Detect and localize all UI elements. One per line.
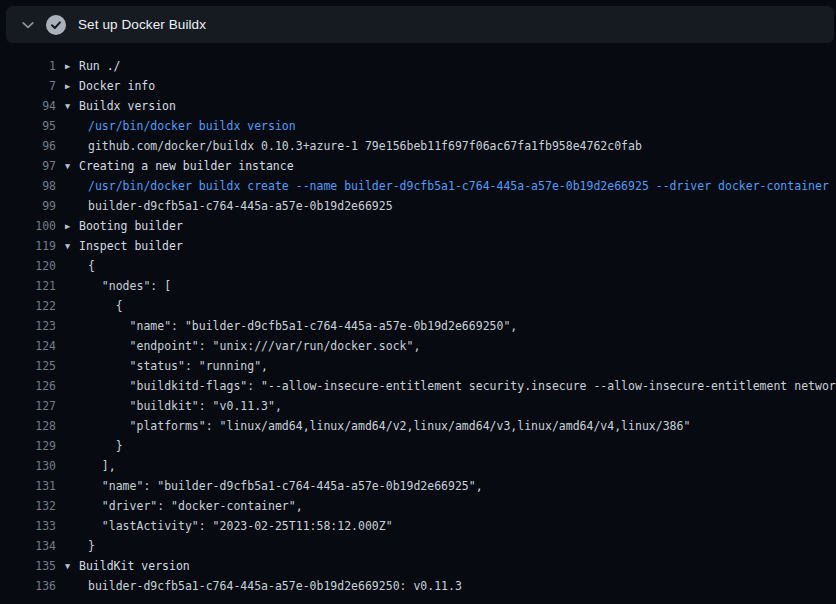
log-line: 122 { [0,296,836,316]
output-text: "platforms": "linux/amd64,linux/amd64/v2… [65,416,690,436]
line-number[interactable]: 134 [0,536,56,556]
output-text: "buildkitd-flags": "--allow-insecure-ent… [65,376,836,396]
line-number[interactable]: 7 [0,76,56,96]
output-text: "driver": "docker-container", [65,496,303,516]
chevron-down-icon[interactable]: ▼ [65,96,79,116]
line-number[interactable]: 126 [0,376,56,396]
log-group-header[interactable]: ▼Inspect builder [65,236,183,256]
log-line: 130 ], [0,456,836,476]
log-group-header[interactable]: ▶Booting builder [65,216,183,236]
line-number[interactable]: 94 [0,96,56,116]
line-number[interactable]: 132 [0,496,56,516]
line-number[interactable]: 135 [0,556,56,576]
line-number[interactable]: 122 [0,296,56,316]
chevron-right-icon[interactable]: ▶ [65,216,79,236]
step-title: Set up Docker Buildx [78,17,206,32]
log-line[interactable]: 97▼Creating a new builder instance [0,156,836,176]
log-line: 136builder-d9cfb5a1-c764-445a-a57e-0b19d… [0,576,836,596]
line-number[interactable]: 136 [0,576,56,596]
log-line: 120{ [0,256,836,276]
output-text: "lastActivity": "2023-02-25T11:58:12.000… [65,516,393,536]
output-text: "name": "builder-d9cfb5a1-c764-445a-a57e… [65,476,483,496]
group-title: Docker info [79,79,155,93]
group-title: Buildx version [79,99,176,113]
output-text: "name": "builder-d9cfb5a1-c764-445a-a57e… [65,316,517,336]
line-number[interactable]: 133 [0,516,56,536]
log-line[interactable]: 135▼BuildKit version [0,556,836,576]
group-title: Run ./ [79,59,121,73]
line-number[interactable]: 120 [0,256,56,276]
log-group-header[interactable]: ▼Buildx version [65,96,176,116]
line-number[interactable]: 128 [0,416,56,436]
group-title: Inspect builder [79,239,183,253]
log-line: 125 "status": "running", [0,356,836,376]
line-number[interactable]: 100 [0,216,56,236]
check-circle-icon [46,15,66,35]
line-number[interactable]: 96 [0,136,56,156]
output-text: ], [65,456,116,476]
log-line: 133 "lastActivity": "2023-02-25T11:58:12… [0,516,836,536]
log-line[interactable]: 94▼Buildx version [0,96,836,116]
chevron-down-icon[interactable]: ▼ [65,156,79,176]
line-number[interactable]: 124 [0,336,56,356]
log-line: 123 "name": "builder-d9cfb5a1-c764-445a-… [0,316,836,336]
line-number[interactable]: 129 [0,436,56,456]
log-line: 121 "nodes": [ [0,276,836,296]
line-number[interactable]: 127 [0,396,56,416]
line-number[interactable]: 125 [0,356,56,376]
log-line: 95/usr/bin/docker buildx version [0,116,836,136]
chevron-down-icon[interactable] [16,17,40,33]
chevron-right-icon[interactable]: ▶ [65,56,79,76]
output-text: builder-d9cfb5a1-c764-445a-a57e-0b19d2e6… [65,576,462,596]
output-text: "status": "running", [65,356,268,376]
log-line: 99builder-d9cfb5a1-c764-445a-a57e-0b19d2… [0,196,836,216]
log-line: 96github.com/docker/buildx 0.10.3+azure-… [0,136,836,156]
line-number[interactable]: 123 [0,316,56,336]
log-line[interactable]: 119▼Inspect builder [0,236,836,256]
output-text: { [65,296,123,316]
chevron-down-icon[interactable]: ▼ [65,236,79,256]
log-viewer: 1▶Run ./7▶Docker info94▼Buildx version95… [0,43,836,596]
log-line: 98/usr/bin/docker buildx create --name b… [0,176,836,196]
log-line: 134} [0,536,836,556]
output-text: "buildkit": "v0.11.3", [65,396,282,416]
line-number[interactable]: 130 [0,456,56,476]
line-number[interactable]: 121 [0,276,56,296]
log-line: 129 } [0,436,836,456]
group-title: BuildKit version [79,559,190,573]
log-line: 127 "buildkit": "v0.11.3", [0,396,836,416]
chevron-down-icon[interactable]: ▼ [65,556,79,576]
log-line: 132 "driver": "docker-container", [0,496,836,516]
chevron-right-icon[interactable]: ▶ [65,76,79,96]
group-title: Booting builder [79,219,183,233]
log-line: 131 "name": "builder-d9cfb5a1-c764-445a-… [0,476,836,496]
output-text: "endpoint": "unix:///var/run/docker.sock… [65,336,420,356]
output-text: github.com/docker/buildx 0.10.3+azure-1 … [65,136,642,156]
log-group-header[interactable]: ▼BuildKit version [65,556,190,576]
log-lines: 1▶Run ./7▶Docker info94▼Buildx version95… [0,56,836,596]
line-number[interactable]: 131 [0,476,56,496]
output-text: "nodes": [ [65,276,171,296]
log-line: 124 "endpoint": "unix:///var/run/docker.… [0,336,836,356]
log-line[interactable]: 100▶Booting builder [0,216,836,236]
line-number[interactable]: 97 [0,156,56,176]
group-title: Creating a new builder instance [79,159,294,173]
line-number[interactable]: 98 [0,176,56,196]
log-line[interactable]: 1▶Run ./ [0,56,836,76]
command-text: /usr/bin/docker buildx version [65,116,296,136]
step-header[interactable]: Set up Docker Buildx [6,6,834,43]
log-group-header[interactable]: ▶Run ./ [65,56,121,76]
output-text: { [65,256,95,276]
line-number[interactable]: 99 [0,196,56,216]
line-number[interactable]: 95 [0,116,56,136]
line-number[interactable]: 1 [0,56,56,76]
log-line: 126 "buildkitd-flags": "--allow-insecure… [0,376,836,396]
log-group-header[interactable]: ▶Docker info [65,76,155,96]
output-text: } [65,536,95,556]
log-line[interactable]: 7▶Docker info [0,76,836,96]
output-text: } [65,436,123,456]
command-text: /usr/bin/docker buildx create --name bui… [65,176,829,196]
output-text: builder-d9cfb5a1-c764-445a-a57e-0b19d2e6… [65,196,393,216]
line-number[interactable]: 119 [0,236,56,256]
log-group-header[interactable]: ▼Creating a new builder instance [65,156,294,176]
